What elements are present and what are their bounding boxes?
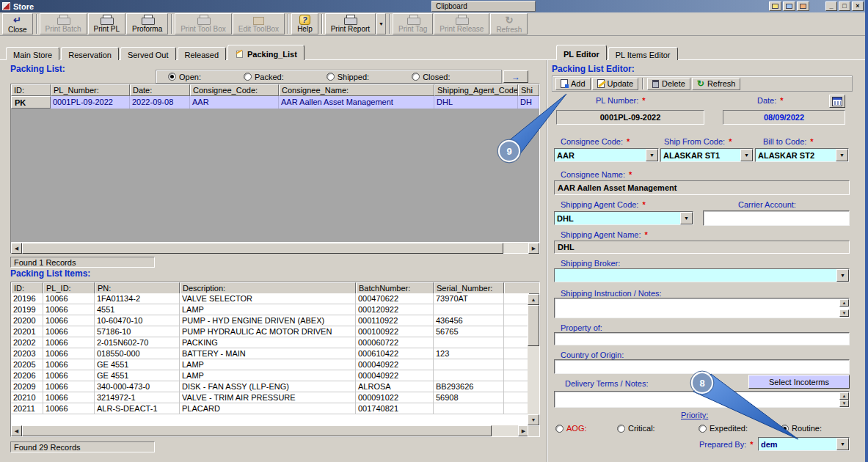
ship-from-code-select[interactable]: ALASKAR ST1▼ bbox=[660, 148, 754, 162]
column-header-pn[interactable]: PN: bbox=[95, 282, 180, 294]
horizontal-scrollbar[interactable]: ◀ ▶ bbox=[11, 242, 539, 253]
toolbar-close-button[interactable]: ↵ Close bbox=[2, 13, 33, 34]
scroll-down-button[interactable]: ▼ bbox=[839, 309, 849, 317]
toolbar-print-report-button[interactable]: Print Report bbox=[325, 13, 376, 34]
consignee-code-select[interactable]: AAR▼ bbox=[554, 148, 659, 162]
tab-pl-items-editor[interactable]: PL Items Editor bbox=[608, 47, 678, 60]
priority-critical-radio[interactable]: Critical: bbox=[617, 424, 655, 433]
chevron-down-icon[interactable]: ▼ bbox=[680, 212, 693, 224]
toolbar-proforma-button[interactable]: Proforma bbox=[126, 13, 168, 34]
filter-shipped-radio[interactable]: Shipped: bbox=[327, 73, 369, 81]
titlebar-tool-button-2[interactable] bbox=[783, 1, 795, 11]
toolbar-help-button[interactable]: ? Help bbox=[291, 13, 318, 34]
country-of-origin-input[interactable] bbox=[554, 359, 850, 374]
table-row[interactable]: 202001006610-60470-10PUMP - HYD ENGINE D… bbox=[11, 315, 529, 326]
scroll-down-button[interactable]: ▼ bbox=[839, 400, 849, 407]
chevron-down-icon[interactable]: ▼ bbox=[740, 149, 753, 161]
print-report-dropdown-button[interactable]: ▼ bbox=[376, 13, 386, 34]
chevron-down-icon[interactable]: ▼ bbox=[836, 438, 849, 450]
carrier-account-input[interactable] bbox=[703, 210, 850, 226]
priority-aog-radio[interactable]: AOG: bbox=[555, 424, 587, 433]
bill-to-code-label: Bill to Code:* bbox=[763, 137, 814, 146]
column-header-consignee-code[interactable]: Consignee_Code: bbox=[190, 84, 279, 96]
chevron-down-icon[interactable]: ▼ bbox=[836, 269, 849, 282]
tab-reservation[interactable]: Reservation bbox=[61, 47, 119, 60]
titlebar-tool-button-1[interactable] bbox=[769, 1, 781, 11]
scroll-track[interactable] bbox=[492, 425, 518, 436]
table-row[interactable]: 2020910066340-000-473-0DISK - FAN ASSY (… bbox=[11, 381, 529, 392]
add-button[interactable]: Add bbox=[555, 78, 591, 90]
priority-routine-radio[interactable]: Routine: bbox=[781, 424, 822, 433]
column-header-id[interactable]: ID: bbox=[11, 84, 51, 96]
apply-filter-button[interactable]: → bbox=[503, 70, 528, 83]
table-row[interactable]: 202011006657186-10PUMP HYDRAULIC AC MOTO… bbox=[11, 326, 529, 337]
delivery-terms-input[interactable] bbox=[554, 391, 850, 408]
column-header-shipping-agent-code[interactable]: Shipping_Agent_Code: bbox=[434, 84, 518, 96]
tab-pl-editor[interactable]: PL Editor bbox=[556, 45, 607, 60]
cell-pl-id: 10066 bbox=[43, 337, 95, 348]
clipboard-toolbar[interactable]: Clipboard bbox=[431, 1, 536, 12]
refresh-editor-button[interactable]: ↻Refresh bbox=[692, 78, 741, 90]
scroll-track[interactable] bbox=[503, 243, 528, 253]
column-header-batch-number[interactable]: BatchNumber: bbox=[356, 282, 434, 294]
select-incoterms-button[interactable]: Select Incoterms bbox=[748, 375, 850, 389]
scroll-track[interactable] bbox=[528, 346, 539, 414]
close-window-button[interactable]: × bbox=[852, 1, 864, 11]
horizontal-scrollbar[interactable]: ◀ ▶ bbox=[11, 425, 529, 436]
column-header-consignee-name[interactable]: Consignee_Name: bbox=[279, 84, 434, 96]
textarea-scrollbar[interactable]: ▲ ▼ bbox=[839, 392, 849, 406]
tab-released[interactable]: Released bbox=[178, 47, 226, 60]
prepared-by-select[interactable]: dem▼ bbox=[758, 437, 850, 451]
shipping-agent-code-select[interactable]: DHL▼ bbox=[554, 211, 693, 225]
property-of-input[interactable] bbox=[554, 332, 850, 345]
column-header-partial[interactable]: Shi bbox=[518, 84, 539, 96]
scroll-thumb[interactable] bbox=[22, 243, 503, 254]
tab-packing-list[interactable]: Packing_List bbox=[227, 45, 304, 60]
table-row[interactable]: 2020510066GE 4551LAMP000040922 bbox=[11, 359, 529, 370]
scroll-up-button[interactable]: ▲ bbox=[839, 392, 849, 400]
column-header-id[interactable]: ID: bbox=[11, 282, 43, 294]
chevron-down-icon[interactable]: ▼ bbox=[836, 149, 848, 161]
vertical-scrollbar[interactable]: ▲ ▼ bbox=[528, 294, 539, 425]
toolbar-print-pl-button[interactable]: Print PL bbox=[88, 13, 126, 34]
scroll-right-button[interactable]: ▶ bbox=[528, 243, 539, 254]
table-row[interactable]: 2020610066GE 4551LAMP000040922 bbox=[11, 370, 529, 381]
packing-list-row[interactable]: PK 0001PL-09-2022 2022-09-08 AAR AAR Aal… bbox=[11, 96, 539, 109]
shipping-instruction-textarea[interactable] bbox=[554, 298, 850, 318]
priority-expedited-radio[interactable]: Expedited: bbox=[699, 424, 748, 433]
column-header-serial-number[interactable]: Serial_Number: bbox=[434, 282, 504, 294]
scroll-up-button[interactable]: ▲ bbox=[839, 299, 849, 307]
bill-to-code-select[interactable]: ALASKAR ST2▼ bbox=[755, 148, 849, 162]
scroll-left-button[interactable]: ◀ bbox=[11, 243, 22, 254]
scroll-up-button[interactable]: ▲ bbox=[528, 294, 539, 305]
textarea-scrollbar[interactable]: ▲ ▼ bbox=[839, 299, 849, 317]
tab-main-store[interactable]: Main Store bbox=[6, 47, 59, 60]
tab-served-out[interactable]: Served Out bbox=[120, 47, 176, 60]
chevron-down-icon[interactable]: ▼ bbox=[646, 149, 658, 161]
calendar-button[interactable] bbox=[829, 95, 845, 108]
delete-button[interactable]: Delete bbox=[647, 78, 690, 90]
filter-closed-radio[interactable]: Closed: bbox=[412, 73, 450, 81]
column-header-description[interactable]: Description: bbox=[180, 282, 356, 294]
maximize-button[interactable]: □ bbox=[839, 1, 850, 11]
table-row[interactable]: 20199100664551LAMP000120922 bbox=[11, 304, 529, 315]
cell-description: LAMP bbox=[180, 359, 356, 370]
scroll-down-button[interactable]: ▼ bbox=[528, 414, 539, 425]
table-row[interactable]: 20210100663214972-1VALVE - TRIM AIR PRES… bbox=[11, 392, 529, 403]
column-header-date[interactable]: Date: bbox=[130, 84, 190, 96]
filter-packed-radio[interactable]: Packed: bbox=[244, 73, 284, 81]
minimize-button[interactable]: _ bbox=[825, 1, 837, 11]
column-header-pl-number[interactable]: PL_Number: bbox=[51, 84, 130, 96]
filter-open-radio[interactable]: Open: bbox=[168, 73, 201, 81]
shipping-broker-select[interactable]: ▼ bbox=[554, 268, 850, 282]
scroll-thumb[interactable] bbox=[528, 305, 539, 346]
column-header-pl-id[interactable]: PL_ID: bbox=[43, 282, 95, 294]
table-row[interactable]: 2020310066018550-000BATTERY - MAIN000610… bbox=[11, 348, 529, 359]
table-row[interactable]: 20196100661FA01134-2VALVE SELECTOR000470… bbox=[11, 293, 529, 304]
table-row[interactable]: 20202100662-015N602-70PACKING000060722 bbox=[11, 337, 529, 348]
table-row[interactable]: 2021110066ALR-S-DEACT-1PLACARD001740821 bbox=[11, 403, 529, 414]
update-button[interactable]: Update bbox=[592, 78, 638, 90]
scroll-thumb[interactable] bbox=[22, 425, 492, 436]
titlebar-tool-button-3[interactable] bbox=[797, 1, 809, 11]
scroll-left-button[interactable]: ◀ bbox=[11, 425, 22, 436]
